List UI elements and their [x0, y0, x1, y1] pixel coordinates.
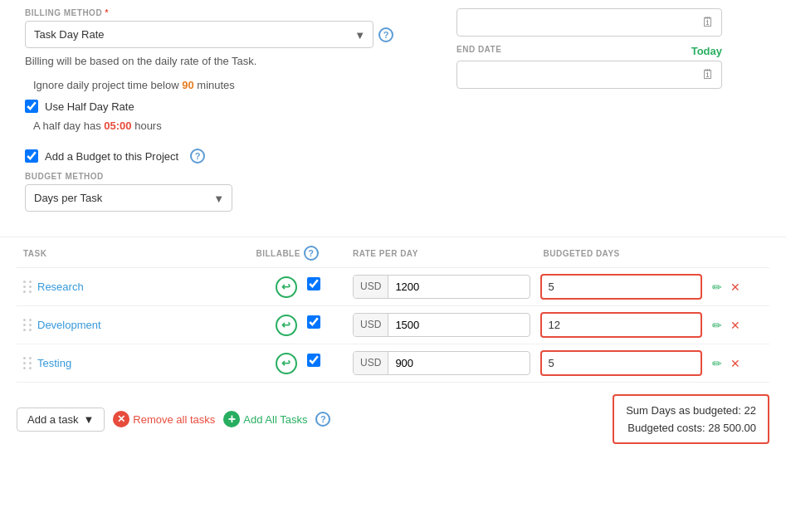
edit-icon-0[interactable]: ✏ [712, 281, 722, 294]
delete-icon-1[interactable]: ✕ [730, 319, 740, 332]
remove-all-label: Remove all tasks [133, 413, 215, 426]
billing-method-help-icon[interactable]: ? [378, 27, 393, 42]
ignore-minutes: 90 [182, 79, 193, 91]
remove-all-button[interactable]: ✕ Remove all tasks [113, 411, 215, 427]
rate-input-group-1: USD [353, 313, 530, 337]
budgeted-days-input-0[interactable] [545, 279, 698, 295]
half-day-note: A half day has 05:00 hours [25, 120, 415, 132]
table-row: Research ↩ USD ✏ ✕ [17, 268, 769, 306]
add-budget-checkbox[interactable] [25, 149, 38, 163]
tasks-table: TASK BILLABLE ? RATE PER DAY BUD [17, 237, 769, 383]
drag-handle-0[interactable] [23, 281, 32, 293]
start-calendar-icon[interactable]: 🗓 [701, 15, 715, 30]
drag-handle-2[interactable] [23, 357, 32, 369]
budgeted-days-cell-0 [540, 274, 703, 300]
tasks-bottom-row: Add a task ▼ ✕ Remove all tasks + Add Al… [17, 394, 769, 444]
rate-input-1[interactable] [388, 314, 455, 336]
billing-method-select[interactable]: Task Day Rate [25, 21, 373, 48]
subtask-icon-1[interactable]: ↩ [276, 315, 297, 336]
subtask-icon-2[interactable]: ↩ [276, 353, 297, 374]
add-budget-checkbox-row: Add a Budget to this Project ? [25, 149, 415, 164]
drag-handle-1[interactable] [23, 319, 32, 331]
budgeted-days-cell-2 [540, 350, 703, 376]
half-day-checkbox-row: Use Half Day Rate [25, 100, 415, 113]
billing-description: Billing will be based on the daily rate … [25, 55, 415, 67]
add-all-help-icon[interactable]: ? [315, 412, 330, 427]
rate-input-2[interactable] [388, 352, 455, 374]
add-task-button[interactable]: Add a task ▼ [17, 408, 105, 432]
task-name-2[interactable]: Testing [37, 357, 71, 369]
budgeted-days-input-1[interactable] [545, 317, 698, 333]
delete-icon-0[interactable]: ✕ [730, 281, 740, 294]
half-day-checkbox[interactable] [25, 100, 38, 113]
add-task-arrow: ▼ [83, 413, 94, 426]
budget-method-select-wrapper: Days per Task ▼ [25, 184, 232, 212]
budget-method-select[interactable]: Days per Task [25, 184, 232, 212]
task-actions-row: Add a task ▼ ✕ Remove all tasks + Add Al… [17, 404, 330, 435]
billing-method-label: BILLING METHOD * [25, 8, 415, 17]
subtask-icon-0[interactable]: ↩ [276, 276, 297, 298]
rate-input-0[interactable] [388, 276, 455, 298]
table-row: Testing ↩ USD ✏ ✕ [17, 344, 769, 383]
rate-col-header: RATE PER DAY [346, 237, 536, 268]
summary-box: Sum Days as budgeted: 22 Budgeted costs:… [613, 394, 769, 444]
add-all-icon: + [223, 411, 240, 427]
today-button[interactable]: Today [691, 45, 722, 57]
add-all-label: Add All Tasks [243, 413, 307, 426]
budgeted-days-input-2[interactable] [545, 355, 698, 371]
tasks-section: TASK BILLABLE ? RATE PER DAY BUD [0, 237, 786, 461]
table-row: Development ↩ USD ✏ ✕ [17, 306, 769, 344]
ignore-row: Ignore daily project time below 90 minut… [25, 79, 415, 91]
budget-method-label: BUDGET METHOD [25, 172, 415, 181]
add-all-button[interactable]: + Add All Tasks ? [223, 411, 330, 427]
rate-input-group-2: USD [353, 351, 530, 375]
end-date-section: 🗓 END DATE Today 🗓 [456, 8, 722, 89]
billable-checkbox-0[interactable] [307, 277, 320, 290]
task-name-1[interactable]: Development [37, 319, 101, 331]
end-calendar-icon[interactable]: 🗓 [701, 67, 715, 82]
add-budget-label: Add a Budget to this Project [45, 150, 178, 163]
task-col-header: TASK [17, 237, 249, 268]
billing-method-select-wrapper: Task Day Rate ▼ [25, 21, 373, 48]
half-day-hours: 05:00 [104, 120, 131, 132]
remove-icon: ✕ [113, 411, 129, 427]
billable-col-header: BILLABLE ? [249, 237, 346, 268]
currency-label-2: USD [354, 352, 388, 374]
edit-icon-1[interactable]: ✏ [712, 319, 722, 332]
summary-costs: Budgeted costs: 28 500.00 [626, 422, 756, 434]
summary-days: Sum Days as budgeted: 22 [626, 404, 756, 417]
delete-icon-2[interactable]: ✕ [730, 357, 740, 370]
end-date-input[interactable]: 🗓 [456, 61, 722, 89]
currency-label-0: USD [354, 276, 388, 298]
rate-input-group-0: USD [353, 275, 530, 299]
add-task-label: Add a task [27, 413, 78, 426]
budgeted-days-cell-1 [540, 312, 703, 338]
billable-help-icon[interactable]: ? [304, 246, 319, 261]
billable-checkbox-1[interactable] [307, 315, 320, 329]
budgeted-col-header: BUDGETED DAYS [537, 237, 706, 268]
end-date-label: END DATE [456, 45, 501, 54]
add-budget-help-icon[interactable]: ? [190, 149, 205, 164]
task-name-0[interactable]: Research [37, 281, 84, 293]
currency-label-1: USD [354, 314, 388, 336]
edit-icon-2[interactable]: ✏ [712, 357, 722, 370]
billable-checkbox-2[interactable] [307, 354, 320, 367]
half-day-label: Use Half Day Rate [45, 100, 134, 113]
